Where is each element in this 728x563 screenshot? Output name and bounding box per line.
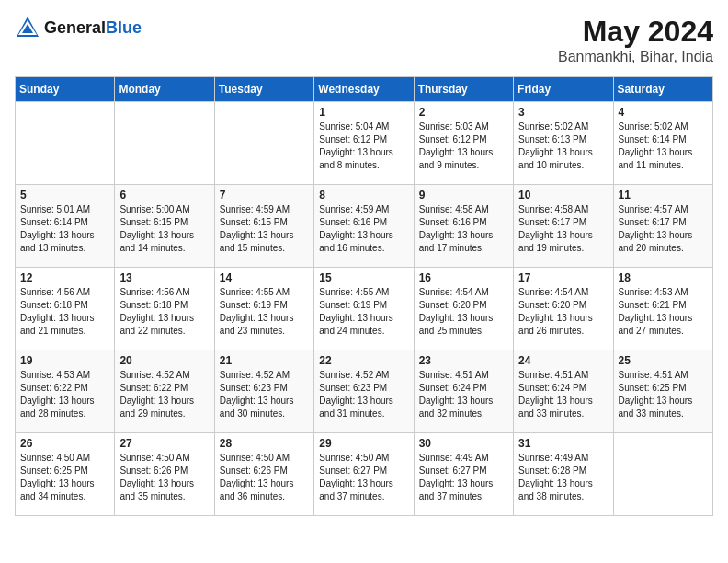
day-info: Sunrise: 4:51 AM Sunset: 6:24 PM Dayligh… [518, 369, 608, 420]
day-number: 11 [619, 189, 708, 201]
day-number: 4 [619, 106, 708, 119]
day-info: Sunrise: 4:58 AM Sunset: 6:16 PM Dayligh… [419, 203, 508, 255]
day-number: 22 [319, 354, 408, 367]
calendar-cell: 6 Sunrise: 5:00 AM Sunset: 6:15 PM Dayli… [115, 185, 214, 268]
day-info: Sunrise: 4:51 AM Sunset: 6:24 PM Dayligh… [419, 369, 508, 420]
sunrise-label: Sunrise: 4:53 AM [619, 287, 688, 297]
sunset-label: Sunset: 6:12 PM [419, 134, 487, 144]
calendar-cell: 7 Sunrise: 4:59 AM Sunset: 6:15 PM Dayli… [214, 185, 313, 268]
daylight-label: Daylight: 13 hours and 13 minutes. [20, 230, 95, 253]
calendar-cell: 21 Sunrise: 4:52 AM Sunset: 6:23 PM Dayl… [214, 350, 313, 433]
day-number: 14 [220, 271, 309, 284]
sunrise-label: Sunrise: 5:00 AM [119, 204, 189, 214]
sunset-label: Sunset: 6:16 PM [419, 217, 487, 227]
sunrise-label: Sunrise: 4:54 AM [518, 287, 588, 297]
day-info: Sunrise: 4:52 AM Sunset: 6:23 PM Dayligh… [319, 369, 408, 420]
day-info: Sunrise: 4:49 AM Sunset: 6:28 PM Dayligh… [518, 452, 608, 503]
daylight-label: Daylight: 13 hours and 37 minutes. [319, 478, 393, 501]
daylight-label: Daylight: 13 hours and 28 minutes. [20, 396, 95, 419]
day-number: 16 [419, 271, 508, 284]
day-number: 27 [119, 437, 209, 450]
day-number: 31 [518, 437, 608, 450]
sunset-label: Sunset: 6:20 PM [518, 300, 586, 310]
logo-blue: Blue [106, 18, 142, 37]
day-number: 6 [119, 189, 209, 201]
sunrise-label: Sunrise: 5:03 AM [419, 121, 489, 132]
calendar-cell: 19 Sunrise: 4:53 AM Sunset: 6:22 PM Dayl… [16, 350, 115, 433]
daylight-label: Daylight: 13 hours and 14 minutes. [119, 230, 194, 253]
day-info: Sunrise: 4:58 AM Sunset: 6:17 PM Dayligh… [518, 203, 608, 255]
calendar-cell: 18 Sunrise: 4:53 AM Sunset: 6:21 PM Dayl… [613, 268, 712, 350]
sunset-label: Sunset: 6:16 PM [319, 217, 387, 227]
calendar-cell: 31 Sunrise: 4:49 AM Sunset: 6:28 PM Dayl… [514, 433, 613, 516]
day-info: Sunrise: 4:54 AM Sunset: 6:20 PM Dayligh… [419, 286, 508, 338]
weekday-header-thursday: Thursday [414, 77, 513, 102]
sunrise-label: Sunrise: 4:58 AM [419, 204, 489, 214]
day-info: Sunrise: 4:56 AM Sunset: 6:18 PM Dayligh… [119, 286, 209, 338]
daylight-label: Daylight: 13 hours and 26 minutes. [518, 313, 593, 336]
daylight-label: Daylight: 13 hours and 19 minutes. [518, 230, 593, 253]
day-number: 18 [619, 271, 708, 284]
day-number: 19 [20, 354, 109, 367]
day-info: Sunrise: 5:02 AM Sunset: 6:13 PM Dayligh… [518, 121, 608, 172]
sunrise-label: Sunrise: 4:52 AM [220, 370, 290, 380]
day-info: Sunrise: 4:50 AM Sunset: 6:25 PM Dayligh… [20, 452, 109, 503]
sunrise-label: Sunrise: 5:02 AM [518, 121, 588, 132]
calendar-cell: 8 Sunrise: 4:59 AM Sunset: 6:16 PM Dayli… [314, 185, 414, 268]
sunrise-label: Sunrise: 4:54 AM [419, 287, 489, 297]
day-info: Sunrise: 4:56 AM Sunset: 6:18 PM Dayligh… [20, 286, 109, 338]
sunrise-label: Sunrise: 4:57 AM [619, 204, 688, 214]
logo: GeneralBlue [15, 15, 142, 40]
sunset-label: Sunset: 6:17 PM [518, 217, 586, 227]
logo-icon [15, 15, 40, 40]
weekday-header-monday: Monday [115, 77, 214, 102]
sunset-label: Sunset: 6:13 PM [518, 134, 586, 144]
day-number: 3 [518, 106, 608, 119]
sunrise-label: Sunrise: 5:02 AM [619, 121, 688, 132]
day-number: 8 [319, 189, 408, 201]
day-number: 23 [419, 354, 508, 367]
calendar-table: SundayMondayTuesdayWednesdayThursdayFrid… [15, 76, 713, 516]
day-number: 9 [419, 189, 508, 201]
sunset-label: Sunset: 6:12 PM [319, 134, 387, 144]
daylight-label: Daylight: 13 hours and 30 minutes. [220, 396, 294, 419]
month-year: May 2024 [558, 15, 713, 49]
daylight-label: Daylight: 13 hours and 15 minutes. [220, 230, 294, 253]
day-info: Sunrise: 4:55 AM Sunset: 6:19 PM Dayligh… [220, 286, 309, 338]
calendar-cell [115, 102, 214, 185]
calendar-cell: 12 Sunrise: 4:56 AM Sunset: 6:18 PM Dayl… [16, 268, 115, 350]
day-info: Sunrise: 5:03 AM Sunset: 6:12 PM Dayligh… [419, 121, 508, 172]
daylight-label: Daylight: 13 hours and 27 minutes. [619, 313, 693, 336]
day-number: 12 [20, 271, 109, 284]
sunset-label: Sunset: 6:22 PM [119, 383, 188, 393]
daylight-label: Daylight: 13 hours and 34 minutes. [20, 478, 95, 501]
day-number: 28 [220, 437, 309, 450]
day-info: Sunrise: 4:50 AM Sunset: 6:26 PM Dayligh… [119, 452, 209, 503]
sunset-label: Sunset: 6:17 PM [619, 217, 687, 227]
sunset-label: Sunset: 6:18 PM [20, 300, 88, 310]
day-number: 2 [419, 106, 508, 119]
calendar-cell: 28 Sunrise: 4:50 AM Sunset: 6:26 PM Dayl… [214, 433, 313, 516]
calendar-cell: 5 Sunrise: 5:01 AM Sunset: 6:14 PM Dayli… [16, 185, 115, 268]
sunrise-label: Sunrise: 4:50 AM [20, 453, 90, 463]
day-info: Sunrise: 4:52 AM Sunset: 6:23 PM Dayligh… [220, 369, 309, 420]
sunrise-label: Sunrise: 4:51 AM [619, 370, 688, 380]
daylight-label: Daylight: 13 hours and 16 minutes. [319, 230, 393, 253]
sunrise-label: Sunrise: 4:56 AM [119, 287, 189, 297]
calendar-cell: 16 Sunrise: 4:54 AM Sunset: 6:20 PM Dayl… [414, 268, 513, 350]
day-number: 30 [419, 437, 508, 450]
daylight-label: Daylight: 13 hours and 31 minutes. [319, 396, 393, 419]
daylight-label: Daylight: 13 hours and 33 minutes. [619, 396, 693, 419]
sunrise-label: Sunrise: 4:52 AM [119, 370, 189, 380]
day-info: Sunrise: 4:54 AM Sunset: 6:20 PM Dayligh… [518, 286, 608, 338]
sunrise-label: Sunrise: 4:55 AM [319, 287, 389, 297]
calendar-week-2: 5 Sunrise: 5:01 AM Sunset: 6:14 PM Dayli… [16, 185, 713, 268]
daylight-label: Daylight: 13 hours and 8 minutes. [319, 147, 393, 170]
weekday-header-saturday: Saturday [613, 77, 712, 102]
daylight-label: Daylight: 13 hours and 11 minutes. [619, 147, 693, 170]
calendar-cell: 23 Sunrise: 4:51 AM Sunset: 6:24 PM Dayl… [414, 350, 513, 433]
day-number: 21 [220, 354, 309, 367]
weekday-header-friday: Friday [514, 77, 613, 102]
daylight-label: Daylight: 13 hours and 9 minutes. [419, 147, 494, 170]
daylight-label: Daylight: 13 hours and 38 minutes. [518, 478, 593, 501]
